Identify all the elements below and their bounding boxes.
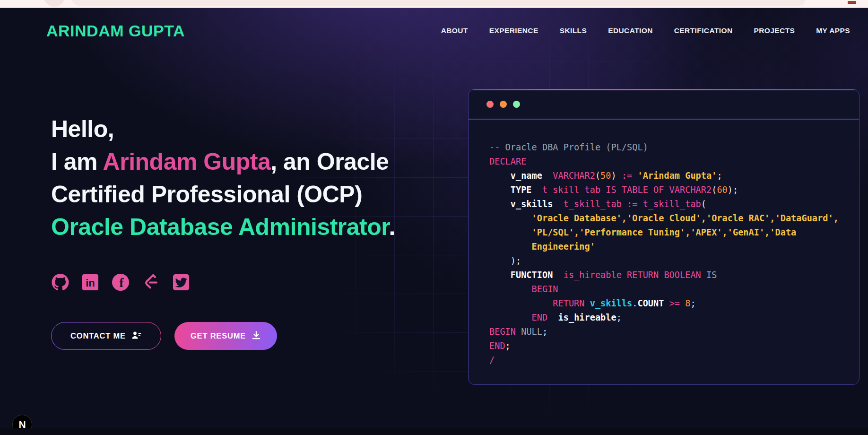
code-line: -- Oracle DBA Profile (PL/SQL) <box>489 140 855 155</box>
navbar: ARINDAM GUPTA ABOUTEXPERIENCESKILLSEDUCA… <box>0 8 868 53</box>
get-resume-label: GET RESUME <box>191 331 246 340</box>
window-dot-orange <box>500 101 507 108</box>
nav-link-experience[interactable]: EXPERIENCE <box>489 26 538 35</box>
browser-avatar-circle <box>43 0 65 7</box>
code-line: FUNCTION is_hireable RETURN BOOLEAN IS <box>489 268 855 282</box>
social-links: in f <box>51 273 190 291</box>
download-icon <box>252 331 261 342</box>
hero-line-2: I am Arindam Gupta, an Oracle <box>51 146 395 178</box>
hero-role: Oracle Database Administrator <box>51 214 389 240</box>
code-line: ); <box>489 254 855 268</box>
person-lines-icon <box>131 331 142 342</box>
code-line: TYPE t_skill_tab IS TABLE OF VARCHAR2(60… <box>489 183 855 197</box>
nav-link-about[interactable]: ABOUT <box>441 26 468 35</box>
nav-link-certification[interactable]: CERTIFICATION <box>674 26 733 35</box>
facebook-icon[interactable]: f <box>112 273 130 291</box>
nav-link-skills[interactable]: SKILLS <box>560 26 587 35</box>
hero-line-4: Oracle Database Administrator. <box>51 211 395 244</box>
hero-line-3: Certified Professional (OCP) <box>51 178 395 211</box>
code-editor-window: -- Oracle DBA Profile (PL/SQL)DECLARE v_… <box>468 89 859 385</box>
nav-links: ABOUTEXPERIENCESKILLSEDUCATIONCERTIFICAT… <box>441 26 850 35</box>
section-bottom-band <box>0 428 868 435</box>
hero-line-1: Hello, <box>51 113 395 146</box>
code-line: RETURN v_skills.COUNT >= 8; <box>489 296 855 311</box>
code-line: DECLARE <box>489 155 855 169</box>
linkedin-icon[interactable]: in <box>81 273 99 291</box>
window-dot-red <box>486 101 494 108</box>
leetcode-icon[interactable] <box>142 273 160 291</box>
nav-link-education[interactable]: EDUCATION <box>608 26 653 35</box>
hero-heading: Hello, I am Arindam Gupta, an Oracle Cer… <box>51 113 395 244</box>
browser-chrome-strip <box>0 0 868 8</box>
code-line: 'PL/SQL','Performance Tuning','APEX','Ge… <box>489 226 855 240</box>
plsql-code-block: -- Oracle DBA Profile (PL/SQL)DECLARE v_… <box>469 120 859 367</box>
svg-text:f: f <box>119 275 124 290</box>
nav-link-my-apps[interactable]: MY APPS <box>816 26 850 35</box>
nav-link-projects[interactable]: PROJECTS <box>754 26 795 35</box>
code-line: / <box>489 353 855 367</box>
hero-name: Arindam Gupta <box>103 148 271 175</box>
window-dot-green <box>513 101 520 108</box>
code-line: END is_hireable; <box>489 311 855 325</box>
code-line: BEGIN NULL; <box>489 325 855 339</box>
twitter-icon[interactable] <box>172 273 190 291</box>
extension-icon[interactable] <box>848 1 856 4</box>
code-line: END; <box>489 339 855 353</box>
code-line: 'Oracle Database','Oracle Cloud','Oracle… <box>489 211 855 226</box>
github-icon[interactable] <box>51 273 69 291</box>
code-line: BEGIN <box>489 282 855 296</box>
code-line: v_name VARCHAR2(50) := 'Arindam Gupta'; <box>489 169 855 183</box>
svg-text:in: in <box>86 277 95 289</box>
cta-buttons: CONTACT ME GET RESUME <box>51 322 277 350</box>
code-line: Engineering' <box>489 240 855 254</box>
address-bar[interactable] <box>72 0 806 6</box>
portfolio-page: ARINDAM GUPTA ABOUTEXPERIENCESKILLSEDUCA… <box>0 8 868 435</box>
get-resume-button[interactable]: GET RESUME <box>174 322 277 350</box>
window-titlebar <box>469 89 859 120</box>
code-line: v_skills t_skill_tab := t_skill_tab( <box>489 197 855 211</box>
contact-me-button[interactable]: CONTACT ME <box>51 322 161 350</box>
contact-me-label: CONTACT ME <box>70 331 126 340</box>
site-logo[interactable]: ARINDAM GUPTA <box>46 22 185 40</box>
